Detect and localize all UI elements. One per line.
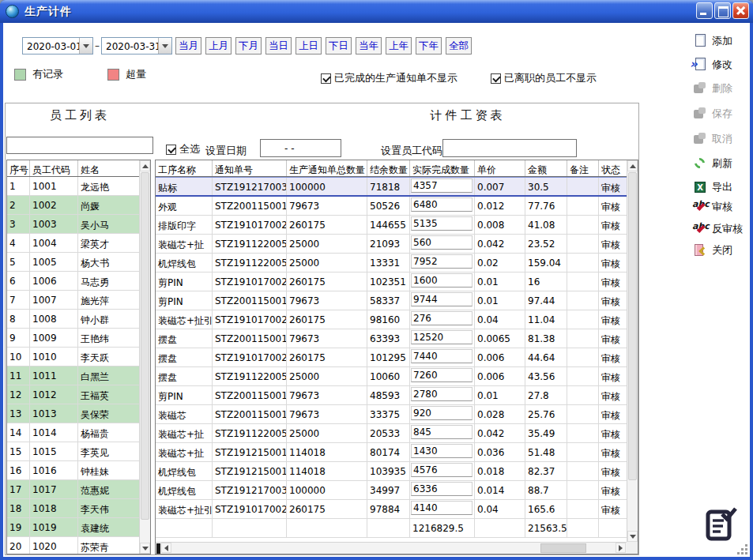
action-excel[interactable]: X导出 (692, 179, 732, 195)
wage-row[interactable]: 摆盘STZ191122005250001006072600.00643.56审核 (156, 367, 638, 386)
actual-quantity-input[interactable]: 7260 (411, 368, 473, 382)
resize-grip[interactable] (738, 545, 747, 554)
set-date-input[interactable] (260, 139, 341, 157)
checkbox-icon[interactable] (321, 73, 331, 84)
minimize-button[interactable] (696, 2, 713, 19)
employee-row[interactable]: 11001龙远艳 (7, 177, 150, 196)
actual-quantity-input[interactable]: 920 (411, 406, 473, 420)
wage-horizontal-scrollbar[interactable] (156, 542, 627, 554)
employee-search-input[interactable] (6, 137, 153, 154)
action-edit-doc[interactable]: »修改 (692, 57, 732, 73)
wage-row[interactable]: 装磁芯+扯STZ1912150011140188017414300.03651.… (156, 443, 638, 462)
scroll-right-icon[interactable] (616, 543, 626, 553)
wage-row[interactable]: 装磁芯+扯引线STZ1910170022601759788441400.0416… (156, 500, 638, 519)
range-button-下年[interactable]: 下年 (416, 37, 442, 54)
actual-quantity-input[interactable]: 7952 (411, 254, 473, 269)
wage-row[interactable]: 摆盘STZ19101700226017510129574400.00644.64… (156, 348, 638, 367)
employee-row[interactable]: 111011白黑兰 (7, 366, 150, 385)
actual-quantity-input[interactable]: 6336 (411, 482, 473, 496)
wage-row[interactable]: 装磁芯+扯STZ19112200525000205338450.04235.49… (156, 424, 638, 443)
employee-row[interactable]: 71007施光萍 (7, 291, 150, 310)
actual-quantity-input[interactable]: 1600 (411, 273, 473, 288)
close-button[interactable] (732, 2, 749, 19)
wage-row[interactable]: 机焊线包STZ1912170031000003499763360.01488.7… (156, 481, 638, 500)
employee-row[interactable]: 101010李天跃 (7, 348, 150, 366)
actual-quantity-input[interactable]: 6480 (411, 197, 473, 212)
actual-quantity-input[interactable]: 2780 (411, 387, 473, 401)
splitter-handle[interactable] (156, 543, 160, 554)
set-employee-code-input[interactable] (442, 139, 577, 157)
wage-row[interactable]: 贴标STZ1912170031000007181843570.00730.5审核 (156, 177, 638, 197)
checkbox-icon[interactable] (491, 73, 501, 84)
wage-row[interactable]: 外观STZ200115001796735052664800.01277.76审核 (156, 197, 638, 216)
maximize-button[interactable] (714, 2, 731, 19)
actual-quantity-input[interactable]: 845 (411, 425, 473, 439)
action-refresh[interactable]: 刷新 (692, 156, 732, 171)
wage-row[interactable]: 剪PINSTZ200115001796734859327800.0127.8审核 (156, 386, 638, 405)
actual-quantity-input[interactable]: 4576 (411, 463, 473, 477)
action-unaudit[interactable]: abc反审核 (692, 221, 743, 237)
actual-quantity-input[interactable]: 276 (411, 311, 473, 325)
wage-row[interactable]: 装磁芯STZ20011500179673333759200.02825.76审核 (156, 405, 638, 424)
date-from-combobox[interactable]: 2020-03-01 (22, 37, 93, 54)
employee-row[interactable]: 181018李天伟 (7, 499, 150, 518)
action-add-doc[interactable]: 添加 (692, 33, 732, 49)
employee-row[interactable]: 191019袁建统 (7, 518, 150, 537)
employee-row[interactable]: 201020苏荣青 (7, 537, 150, 554)
actual-quantity-input[interactable]: 1430 (411, 444, 473, 458)
employee-vertical-scrollbar[interactable] (139, 160, 150, 554)
scroll-left-icon[interactable] (161, 543, 171, 553)
wage-row[interactable]: 装磁芯+扯STZ19112200525000210935600.04223.52… (156, 235, 638, 254)
scrollbar-thumb[interactable] (141, 172, 149, 520)
actual-quantity-input[interactable]: 4357 (411, 179, 473, 193)
employee-row[interactable]: 41004梁英才 (7, 234, 150, 253)
chevron-down-icon[interactable] (79, 38, 92, 54)
employee-row[interactable]: 51005杨大书 (7, 253, 150, 272)
range-button-上年[interactable]: 上年 (386, 37, 412, 54)
action-audit[interactable]: abc审核 (692, 199, 732, 215)
wage-row[interactable]: 机焊线包STZ191122005250001333179520.02159.04… (156, 254, 638, 272)
range-button-当日[interactable]: 当日 (265, 37, 292, 54)
employee-row[interactable]: 91009王艳纬 (7, 329, 150, 348)
actual-quantity-input[interactable]: 5135 (411, 216, 473, 231)
scroll-up-icon[interactable] (140, 160, 150, 171)
scroll-down-icon[interactable] (627, 531, 638, 542)
filter-checkbox[interactable]: 已完成的生产通知单不显示 (321, 71, 457, 85)
actual-quantity-input[interactable]: 4140 (411, 501, 473, 515)
wage-row[interactable]: 剪PINSTZ200115001796735833797440.0197.44审… (156, 291, 638, 310)
select-all-checkbox[interactable]: 全选 (166, 142, 200, 156)
scrollbar-thumb[interactable] (540, 543, 586, 553)
actual-quantity-input[interactable]: 560 (411, 235, 473, 250)
wage-vertical-scrollbar[interactable] (627, 160, 638, 542)
wage-row[interactable]: 机焊线包STZ19121500111401810393545760.01882.… (156, 462, 638, 481)
checkbox-icon[interactable] (166, 145, 176, 155)
filter-checkbox[interactable]: 已离职的员工不显示 (491, 71, 597, 85)
range-button-当年[interactable]: 当年 (356, 37, 382, 54)
employee-row[interactable]: 81008钟小群 (7, 310, 150, 329)
employee-row[interactable]: 121012王福英 (7, 385, 150, 404)
date-to-combobox[interactable]: 2020-03-31 (101, 37, 172, 54)
action-exit[interactable]: 关闭 (692, 242, 732, 258)
employee-row[interactable]: 21002尚媛 (7, 196, 150, 215)
employee-row[interactable]: 31003吴小马 (7, 215, 150, 234)
employee-row[interactable]: 171017范惠妮 (7, 480, 150, 499)
scroll-down-icon[interactable] (140, 543, 150, 554)
actual-quantity-input[interactable]: 9744 (411, 292, 473, 306)
range-button-上月[interactable]: 上月 (205, 37, 232, 54)
employee-row[interactable]: 141014杨福贵 (7, 423, 150, 442)
scrollbar-thumb[interactable] (628, 172, 637, 480)
wage-row[interactable]: 装磁芯+扯引线STZ191017002260175981602760.0411.… (156, 310, 638, 329)
wage-row[interactable]: 剪PINSTZ19101700226017510235116000.0116审核 (156, 272, 638, 291)
range-button-下日[interactable]: 下日 (326, 37, 352, 54)
employee-row[interactable]: 161016钟桂妹 (7, 461, 150, 480)
wage-row[interactable]: 排版印字STZ19101700226017514465551350.00841.… (156, 216, 638, 235)
employee-row[interactable]: 151015李英见 (7, 442, 150, 461)
range-button-全部[interactable]: 全部 (446, 37, 472, 54)
employee-row[interactable]: 61006马志勇 (7, 272, 150, 291)
range-button-上日[interactable]: 上日 (296, 37, 322, 54)
actual-quantity-input[interactable]: 12520 (411, 330, 473, 344)
actual-quantity-input[interactable]: 7440 (411, 349, 473, 363)
range-button-当月[interactable]: 当月 (175, 37, 201, 54)
scroll-up-icon[interactable] (627, 160, 638, 171)
range-button-下月[interactable]: 下月 (235, 37, 262, 54)
